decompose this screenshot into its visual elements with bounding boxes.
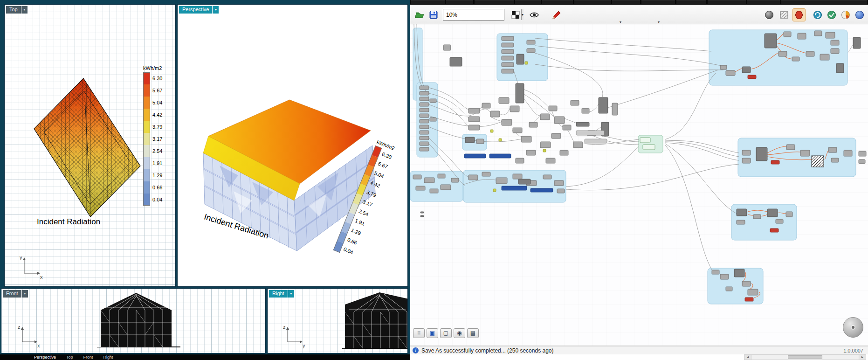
axis-widget: y x xyxy=(18,252,46,280)
scroll-left-icon[interactable]: ◄ xyxy=(744,355,751,360)
chevron-down-icon[interactable]: ▾ xyxy=(288,290,294,298)
menu-icon: ≡ xyxy=(417,330,420,336)
teal-sphere-arrow-icon xyxy=(813,10,823,20)
remote-panel-button[interactable] xyxy=(853,8,866,21)
viewport-title-label[interactable]: Right xyxy=(269,290,288,298)
viewport-right-title[interactable]: Right ▾ xyxy=(269,290,294,298)
axis-widget: z y xyxy=(282,322,308,348)
canvas-widget-button-3[interactable]: ▢ xyxy=(440,328,452,338)
chevron-down-icon[interactable]: ▾ xyxy=(620,20,621,24)
radiation-legend: kWh/m2 6.30 5.67 5.04 4.42 3.79 3.17 2.5… xyxy=(143,65,162,206)
viewport-perspective[interactable]: Perspective ▾ xyxy=(177,4,408,287)
viewport-tab[interactable]: Top xyxy=(62,354,77,360)
viewport-right[interactable]: Right ▾ z y xyxy=(267,288,408,353)
open-file-button[interactable] xyxy=(413,8,426,21)
svg-text:x: x xyxy=(37,343,40,348)
svg-text:y: y xyxy=(303,343,305,348)
shaded-sphere-icon xyxy=(764,10,774,20)
svg-text:y: y xyxy=(20,255,22,260)
application-screen: Top ▾ xyxy=(0,0,868,360)
viewport-top[interactable]: Top ▾ xyxy=(4,4,176,287)
profiler-button[interactable] xyxy=(839,8,852,21)
scrollbar-track[interactable] xyxy=(751,355,859,360)
save-file-button[interactable] xyxy=(427,8,440,21)
canvas-checker-button[interactable]: ▾ xyxy=(509,8,522,21)
chevron-down-icon[interactable]: ▾ xyxy=(213,6,219,14)
viewport-tab-strip[interactable]: Perspective Top Front Right xyxy=(0,354,410,360)
viewport-top-title[interactable]: Top ▾ xyxy=(6,6,28,14)
blue-sphere-icon xyxy=(854,10,865,20)
preview-eye-button[interactable]: ▾ xyxy=(528,8,541,21)
pie-chart-icon xyxy=(840,10,851,20)
viewport-front[interactable]: Front ▾ z x xyxy=(1,288,266,353)
floppy-disk-icon xyxy=(428,10,439,20)
canvas-widget-button-4[interactable]: ◉ xyxy=(454,328,465,338)
sketch-marker-button[interactable] xyxy=(550,8,563,21)
zoom-combobox[interactable]: ▾ xyxy=(443,9,504,21)
navigation-ball[interactable] xyxy=(843,317,863,338)
gh-groups[interactable] xyxy=(410,28,856,304)
gh-component-tab-strip[interactable] xyxy=(410,0,868,5)
panel-icon: ▢ xyxy=(443,330,448,336)
red-marker-icon xyxy=(551,10,562,20)
radiation-mesh-plan xyxy=(34,78,140,217)
canvas-widget-button-1[interactable]: ≡ xyxy=(413,328,425,338)
gh-bottom-strip: ◄ ► xyxy=(410,354,868,360)
canvas-widget-button-5[interactable]: ▤ xyxy=(467,328,479,338)
horizontal-scrollbar[interactable]: ◄ ► xyxy=(744,354,866,360)
version-label: 1.0.0007 xyxy=(843,348,863,353)
gh-canvas-widget-bar: ≡ ▣ ▢ ◉ ▤ xyxy=(413,328,479,338)
solver-lock-button[interactable] xyxy=(825,8,838,21)
record-icon: ◉ xyxy=(457,330,462,336)
folder-open-icon xyxy=(414,10,425,20)
preview-wireframe-button[interactable] xyxy=(778,8,791,21)
chevron-down-icon[interactable]: ▾ xyxy=(21,6,28,14)
eye-icon xyxy=(529,10,539,20)
axis-widget: z x xyxy=(16,322,42,348)
viewport-title-label[interactable]: Perspective xyxy=(179,6,212,14)
chevron-down-icon[interactable]: ▾ xyxy=(658,20,660,24)
chevron-down-icon[interactable]: ▾ xyxy=(22,290,28,298)
scroll-right-icon[interactable]: ► xyxy=(859,355,866,360)
info-icon: i xyxy=(413,347,419,353)
red-hexagon-icon xyxy=(794,10,804,20)
gh-canvas[interactable]: ≡ ▣ ▢ ◉ ▤ xyxy=(410,24,868,346)
viewport-front-title[interactable]: Front ▾ xyxy=(3,290,28,298)
viewport-tab[interactable]: Right xyxy=(99,354,117,360)
viewport-title-label[interactable]: Top xyxy=(6,6,21,14)
wireframe-box-icon xyxy=(779,10,789,20)
layout-icon: ▤ xyxy=(470,330,475,336)
windows-icon: ▣ xyxy=(430,330,435,336)
checker-icon xyxy=(511,10,520,20)
svg-text:z: z xyxy=(18,324,21,330)
solver-recompute-button[interactable] xyxy=(811,8,824,21)
gh-node-cluster-middle[interactable] xyxy=(464,83,618,163)
gh-status-bar: i Save As successfully completed... (250… xyxy=(410,346,868,354)
green-sphere-icon xyxy=(827,10,837,20)
viewport-perspective-title[interactable]: Perspective ▾ xyxy=(179,6,219,14)
annotation-incident-radiation: Incident Radiation xyxy=(37,217,100,227)
gh-toolbar: ▾ ▾ ▾ xyxy=(410,5,868,24)
grasshopper-window: ▾ ▾ ▾ xyxy=(410,0,868,360)
viewport-tab[interactable]: Front xyxy=(79,354,97,360)
svg-text:x: x xyxy=(40,274,43,280)
viewport-tab[interactable]: Perspective xyxy=(30,354,60,360)
preview-off-button[interactable] xyxy=(792,8,806,21)
perspective-model xyxy=(178,5,408,287)
status-message: Save As successfully completed... (250 s… xyxy=(421,347,553,354)
canvas-widget-button-2[interactable]: ▣ xyxy=(427,328,438,338)
viewport-title-label[interactable]: Front xyxy=(3,290,21,298)
legend-scale: 6.30 5.67 5.04 4.42 3.79 3.17 2.54 1.91 … xyxy=(143,72,162,206)
scrollbar-thumb[interactable] xyxy=(788,355,822,359)
legend-title: kWh/m2 xyxy=(143,65,162,71)
preview-shaded-button[interactable] xyxy=(763,8,776,21)
svg-text:z: z xyxy=(283,324,286,330)
